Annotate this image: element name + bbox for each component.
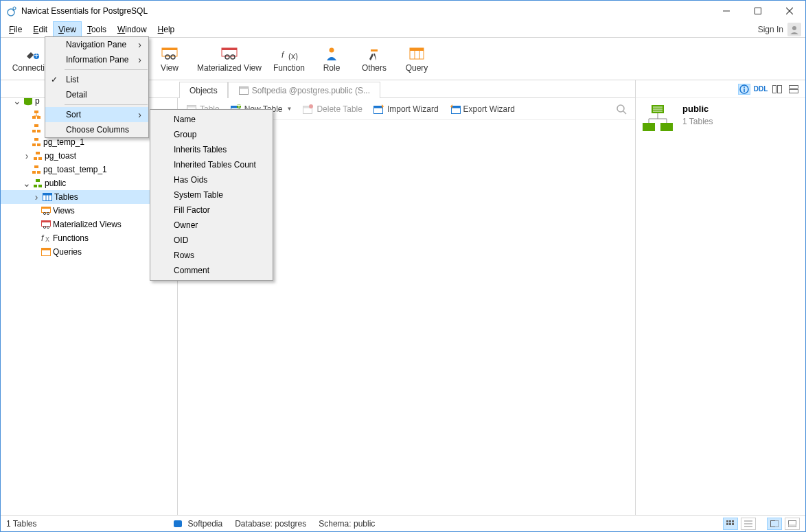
title-bar: Navicat Essentials for PostgreSQL — [1, 1, 805, 21]
sort-name[interactable]: Name — [150, 112, 273, 127]
tab-label: Softpedia @postgres.public (S... — [252, 86, 370, 95]
svg-point-66 — [43, 226, 45, 228]
chevron-down-icon[interactable]: ▼ — [287, 106, 292, 112]
svg-rect-29 — [410, 48, 424, 51]
svg-rect-108 — [726, 523, 728, 525]
svg-point-62 — [43, 212, 45, 214]
collapse-icon[interactable]: ⌄ — [21, 178, 31, 188]
menu-choose-columns[interactable]: Choose Columns — [45, 122, 148, 137]
sort-oid[interactable]: OID — [150, 233, 273, 248]
svg-rect-47 — [36, 152, 40, 154]
sort-inherited-count[interactable]: Inherited Tables Count — [150, 157, 273, 172]
minimize-button[interactable] — [711, 1, 742, 21]
menu-separator — [65, 104, 148, 105]
toolbar-matview[interactable]: Materialized View — [192, 39, 267, 80]
menu-window[interactable]: Window — [112, 21, 152, 37]
menu-information-pane[interactable]: Information Pane› — [45, 52, 148, 67]
svg-text:(x): (x) — [288, 51, 298, 60]
info-title: public — [682, 104, 713, 114]
toolbar-role[interactable]: Role — [311, 39, 352, 80]
role-icon — [322, 47, 341, 60]
sort-system-table[interactable]: System Table — [150, 187, 273, 203]
panel-right-button[interactable] — [767, 518, 782, 530]
sort-group[interactable]: Group — [150, 127, 273, 142]
svg-rect-33 — [239, 86, 248, 89]
schema-diagram-icon — [641, 104, 674, 134]
svg-rect-46 — [37, 143, 41, 146]
menu-help[interactable]: Help — [152, 21, 181, 37]
svg-rect-104 — [174, 520, 182, 527]
toolbar-query[interactable]: Query — [396, 39, 437, 80]
table-icon — [238, 85, 249, 96]
svg-rect-57 — [43, 194, 52, 196]
cmd-export-wizard[interactable]: Export Wizard — [446, 102, 519, 116]
info-general-button[interactable] — [738, 84, 750, 95]
schema-icon — [32, 150, 43, 161]
view-list-button[interactable] — [741, 518, 756, 530]
tab-softpedia[interactable]: Softpedia @postgres.public (S... — [228, 82, 380, 98]
cmd-import-wizard[interactable]: Import Wizard — [369, 102, 443, 116]
menu-sort[interactable]: Sort› — [45, 107, 148, 122]
tools-icon — [365, 47, 384, 60]
search-icon[interactable] — [616, 104, 631, 115]
sort-owner[interactable]: Owner — [150, 218, 273, 233]
svg-rect-106 — [729, 520, 731, 522]
svg-rect-115 — [775, 520, 779, 527]
svg-rect-48 — [34, 157, 37, 160]
svg-text:x: x — [45, 234, 49, 243]
toolbar-view[interactable]: View — [149, 39, 190, 80]
cmd-delete-table[interactable]: Delete Table — [299, 102, 367, 116]
maximize-button[interactable] — [742, 1, 774, 21]
menu-list[interactable]: ✓List — [45, 72, 148, 87]
expand-icon[interactable]: › — [31, 192, 41, 202]
tab-objects[interactable]: Objects — [179, 82, 228, 98]
sort-comment[interactable]: Comment — [150, 263, 273, 278]
function-icon: f(x) — [279, 47, 299, 60]
sort-fill-factor[interactable]: Fill Factor — [150, 203, 273, 218]
sort-submenu-dropdown: Name Group Inherits Tables Inherited Tab… — [150, 109, 273, 281]
svg-point-80 — [309, 104, 313, 108]
info-ddl-button[interactable]: DDL — [755, 84, 767, 95]
svg-point-67 — [47, 226, 49, 228]
svg-rect-73 — [187, 105, 196, 107]
svg-rect-92 — [790, 85, 798, 88]
toolbar-others[interactable]: Others — [354, 39, 395, 80]
sort-inherits[interactable]: Inherits Tables — [150, 142, 273, 157]
sort-rows[interactable]: Rows — [150, 248, 273, 263]
menu-tools[interactable]: Tools — [82, 21, 112, 37]
sign-in-label: Sign In — [758, 25, 783, 34]
svg-point-89 — [744, 86, 745, 88]
info-subtitle: 1 Tables — [682, 117, 713, 126]
app-icon — [6, 5, 17, 16]
view-icon — [160, 47, 179, 60]
svg-text:f: f — [41, 233, 45, 243]
svg-point-85 — [617, 105, 624, 112]
svg-rect-105 — [726, 520, 728, 522]
menu-navigation-pane[interactable]: Navigation Pane› — [45, 37, 148, 52]
server-icon — [172, 518, 183, 529]
toolbar-function[interactable]: f(x) Function — [268, 39, 310, 80]
menu-view[interactable]: View — [53, 21, 82, 37]
close-button[interactable] — [774, 1, 805, 21]
schema-icon — [31, 137, 42, 148]
info-panel: DDL public 1 Tables — [635, 80, 805, 515]
sign-in[interactable]: Sign In — [754, 21, 805, 37]
view-grid-button[interactable] — [723, 518, 738, 530]
info-layout2-button[interactable] — [787, 84, 800, 95]
svg-rect-17 — [162, 48, 177, 50]
menu-file[interactable]: File — [3, 21, 27, 37]
expand-icon[interactable]: › — [21, 151, 31, 161]
svg-rect-93 — [790, 89, 798, 93]
table-delete-icon — [303, 104, 314, 115]
panel-bottom-button[interactable] — [785, 518, 800, 530]
svg-rect-21 — [222, 48, 237, 50]
query-icon — [41, 246, 51, 257]
svg-rect-45 — [32, 143, 36, 146]
menu-detail[interactable]: Detail — [45, 87, 148, 102]
matview-icon — [220, 47, 239, 60]
info-layout1-button[interactable] — [771, 84, 783, 95]
menu-edit[interactable]: Edit — [27, 21, 53, 37]
svg-rect-109 — [729, 523, 731, 525]
svg-rect-51 — [32, 171, 36, 174]
sort-has-oids[interactable]: Has Oids — [150, 172, 273, 187]
